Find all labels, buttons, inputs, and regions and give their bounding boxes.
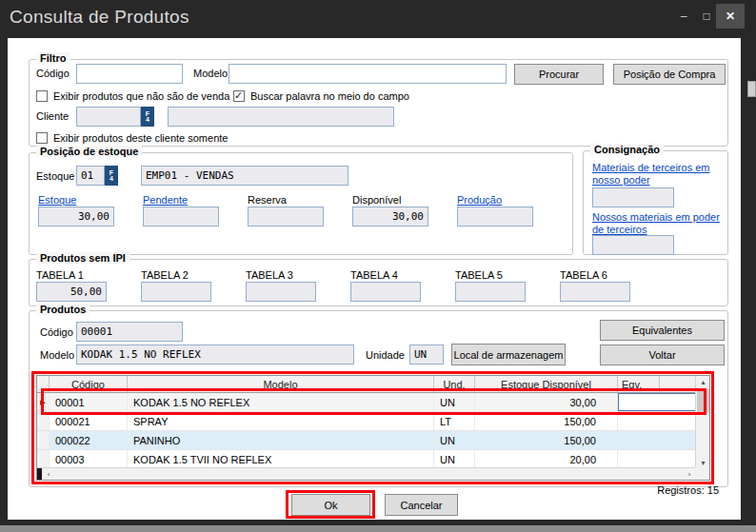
screen-edge-handle — [747, 81, 756, 97]
nossos-materiais-link[interactable]: Nossos materiais em poder de terceiros — [592, 211, 726, 236]
cell-eqv — [618, 431, 696, 449]
tabela5-label: TABELA 5 — [455, 269, 503, 281]
tabela4-label: TABELA 4 — [350, 269, 398, 281]
grid-header-row: Código Modelo Und. Estoque Disponível Eq… — [37, 376, 696, 393]
estoque-name-field[interactable]: EMP01 - VENDAS — [141, 166, 348, 186]
local-armazenagem-button[interactable]: Local de armazenagem — [451, 344, 566, 365]
estoque-value-field[interactable]: 30,00 — [38, 207, 114, 227]
cliente-f4-button[interactable]: F4 — [141, 107, 154, 127]
cell-estoque-disponivel: 20,00 — [475, 450, 618, 468]
grid-header-modelo[interactable]: Modelo — [128, 376, 434, 392]
grid-header-und[interactable]: Und. — [434, 376, 475, 392]
cell-modelo: KODAK 1.5 NO REFLEX — [128, 393, 434, 411]
checkbox-cliente-somente[interactable] — [36, 132, 48, 144]
grid-header-eqv[interactable]: Eqv. — [618, 376, 660, 392]
tabela1-field[interactable]: 50,00 — [36, 282, 107, 302]
tabela2-label: TABELA 2 — [141, 269, 189, 281]
cell-modelo: KODAK 1.5 TVII NO REFLEX — [128, 450, 434, 468]
materiais-terceiros-link[interactable]: Materiais de terceiros em nosso poder — [592, 162, 718, 187]
cliente-name-field[interactable] — [168, 107, 394, 127]
tabela3-label: TABELA 3 — [246, 269, 293, 281]
tabela5-field[interactable] — [455, 282, 526, 302]
row-selector — [37, 450, 50, 468]
estoque-f4-label: F4 — [109, 170, 114, 182]
tabela6-label: TABELA 6 — [560, 269, 607, 281]
unidade-label: Unidade — [366, 349, 405, 361]
minimize-button[interactable]: – — [672, 4, 695, 29]
screen: Consulta de Produtos – □ ✕ Filtro Código… — [0, 0, 756, 532]
nossos-materiais-field[interactable] — [592, 235, 674, 255]
cliente-code-field[interactable] — [76, 107, 141, 127]
scrollbar-corner — [695, 467, 709, 480]
cell-eqv-focused — [618, 393, 696, 411]
modelo-filter-input[interactable] — [229, 64, 507, 84]
grid-header-codigo[interactable]: Código — [50, 376, 128, 392]
cell-eqv — [618, 412, 696, 430]
cell-und: LT — [434, 412, 475, 430]
grid-row-2[interactable]: 000021 SPRAY LT 150,00 — [37, 412, 696, 431]
posicao-compra-button[interactable]: Posição de Compra — [613, 64, 726, 85]
title-bar: Consulta de Produtos – □ ✕ — [0, 0, 756, 38]
cell-estoque-disponivel: 150,00 — [475, 431, 618, 449]
grid-row-3[interactable]: 000022 PANINHO UN 150,00 — [37, 431, 696, 450]
materiais-terceiros-field[interactable] — [592, 187, 674, 207]
cell-estoque-disponivel: 30,00 — [475, 393, 618, 411]
ok-button[interactable]: Ok — [291, 494, 370, 516]
grid-row-1[interactable]: ▶ 00001 KODAK 1.5 NO REFLEX UN 30,00 — [37, 393, 696, 412]
row-selector — [37, 412, 50, 430]
procurar-button[interactable]: Procurar — [514, 64, 604, 85]
tabela4-field[interactable] — [350, 282, 421, 302]
cancelar-button[interactable]: Cancelar — [385, 494, 458, 516]
grid-header-estoque-disponivel[interactable]: Estoque Disponível — [475, 376, 618, 392]
row-selector-marker: ▶ — [37, 393, 50, 411]
estoque-label: Estoque — [36, 170, 74, 182]
cell-modelo: PANINHO — [128, 431, 434, 449]
voltar-button[interactable]: Voltar — [600, 345, 725, 365]
cell-eqv — [618, 450, 696, 468]
checkbox-nao-venda-label: Exibir produtos que não são de venda — [53, 90, 229, 102]
checkbox-nao-venda[interactable] — [36, 90, 48, 102]
pendente-link[interactable]: Pendente — [143, 194, 188, 206]
scroll-right-icon[interactable]: › — [683, 468, 696, 480]
pendente-value-field[interactable] — [143, 207, 219, 227]
vertical-scroll-thumb[interactable] — [697, 389, 709, 412]
modelo-filter-label: Modelo — [193, 68, 228, 79]
codigo-filter-input[interactable] — [76, 64, 183, 84]
cliente-f4-label: F4 — [145, 111, 150, 123]
screen-bottom-strip — [0, 525, 756, 532]
estoque-link[interactable]: Estoque — [38, 194, 76, 206]
tabela2-field[interactable] — [141, 282, 211, 302]
estoque-code-field[interactable]: 01 — [76, 166, 105, 186]
group-consignacao-legend: Consignação — [590, 144, 664, 155]
scroll-up-icon[interactable]: ▲ — [696, 376, 710, 388]
unidade-field[interactable]: UN — [409, 345, 444, 365]
cell-modelo: SPRAY — [128, 412, 434, 430]
producao-link[interactable]: Produção — [457, 194, 502, 206]
maximize-button[interactable]: □ — [695, 4, 718, 29]
equivalentes-button[interactable]: Equivalentes — [600, 320, 725, 341]
products-grid: Código Modelo Und. Estoque Disponível Eq… — [36, 375, 710, 481]
producao-value-field[interactable] — [457, 207, 533, 227]
grid-header-filler — [660, 376, 696, 392]
cliente-label: Cliente — [36, 110, 69, 122]
checkbox-meio-campo-label: Buscar palavra no meio do campo — [250, 90, 409, 102]
horizontal-scrollbar[interactable]: ‹ › — [37, 467, 696, 480]
group-posicao-estoque-legend: Posição de estoque — [36, 146, 142, 157]
tabela6-field[interactable] — [560, 282, 630, 302]
window-title: Consulta de Produtos — [10, 7, 189, 28]
grid-header-selector — [37, 376, 50, 392]
row-selector — [37, 431, 50, 449]
disponivel-value-field[interactable]: 30,00 — [352, 207, 428, 227]
produto-modelo-field[interactable]: KODAK 1.5 NO REFLEX — [76, 345, 354, 365]
tabela3-field[interactable] — [246, 282, 316, 302]
estoque-f4-button[interactable]: F4 — [105, 166, 118, 186]
close-button[interactable]: ✕ — [716, 4, 745, 29]
disponivel-label: Disponível — [352, 194, 401, 206]
grid-row-4[interactable]: 00003 KODAK 1.5 TVII NO REFLEX UN 20,00 — [37, 450, 696, 469]
cell-und: UN — [434, 450, 475, 468]
scroll-left-icon[interactable]: ‹ — [42, 468, 55, 480]
checkbox-meio-campo[interactable] — [233, 90, 245, 102]
produto-codigo-field[interactable]: 00001 — [76, 322, 183, 342]
reserva-value-field[interactable] — [248, 207, 324, 227]
vertical-scrollbar[interactable]: ▲ ▼ — [695, 376, 709, 469]
